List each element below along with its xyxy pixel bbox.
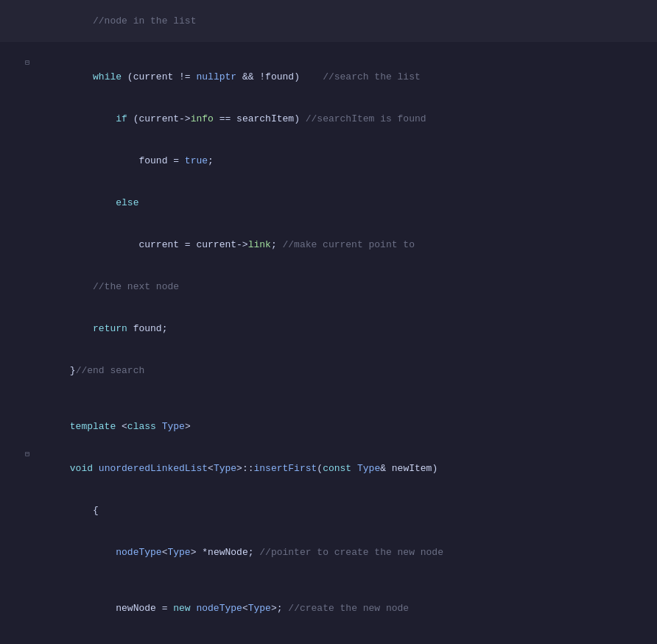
code-line: found = true;	[0, 140, 657, 182]
code-line: template <class Type>	[0, 406, 657, 447]
code-text: <	[116, 421, 127, 432]
code-text	[70, 603, 116, 614]
keyword-return: return	[93, 323, 127, 334]
code-text: (	[122, 71, 133, 82]
code-line: if (current->info == searchItem) //searc…	[0, 98, 657, 140]
code-text: !=	[173, 71, 196, 82]
code-line	[0, 392, 657, 406]
code-text: ->	[236, 239, 248, 250]
comment: //create the new node	[288, 603, 409, 614]
code-text: current	[138, 113, 179, 124]
code-line: nodeType<Type> *newNode; //pointer to cr…	[0, 531, 657, 573]
code-line: ⊟ void unorderedLinkedList<Type>::insert…	[0, 447, 657, 489]
code-line: }//end search	[0, 350, 657, 392]
code-text	[351, 463, 357, 474]
code-text	[70, 197, 116, 208]
line-content: found = true;	[32, 140, 657, 182]
keyword-void: void	[70, 463, 93, 474]
comment: //node in the list	[70, 15, 197, 26]
fn-name: insertFirst	[254, 463, 317, 474]
code-text: found	[138, 155, 167, 166]
code-line	[0, 573, 657, 587]
line-content: while (current != nullptr && !found) //s…	[32, 56, 657, 98]
comment: //the next node	[70, 281, 179, 292]
keyword-const: const	[323, 463, 351, 474]
fold-arrow[interactable]: ⊟	[22, 56, 32, 70]
comment: //make current point to	[283, 239, 415, 250]
code-line: ⊟ while (current != nullptr && !found) /…	[0, 56, 657, 98]
code-text: =	[156, 603, 173, 614]
code-text: <	[208, 463, 214, 474]
type-name: Type	[248, 603, 271, 614]
line-content	[32, 392, 657, 406]
keyword-else: else	[116, 197, 138, 208]
code-text	[70, 547, 116, 558]
code-text	[156, 421, 162, 432]
type-name: Type	[162, 421, 185, 432]
type-name: Type	[214, 463, 236, 474]
line-content: if (current->info == searchItem) //searc…	[32, 98, 657, 140]
code-line	[0, 629, 657, 643]
type-name: nodeType	[196, 603, 242, 614]
fold-arrow[interactable]: ⊟	[22, 447, 32, 461]
class-name: unorderedLinkedList	[99, 463, 208, 474]
code-text: =	[179, 239, 196, 250]
code-text: >;	[271, 603, 288, 614]
code-text: ;	[248, 547, 260, 558]
line-content: nodeType<Type> *newNode; //pointer to cr…	[32, 531, 657, 573]
code-text: link	[248, 239, 271, 250]
param-name: newItem	[392, 463, 432, 474]
line-content: //node in the list	[32, 0, 657, 42]
code-text: info	[191, 113, 214, 124]
code-line: newNode = new nodeType<Type>; //create t…	[0, 587, 657, 629]
code-text: current	[138, 239, 179, 250]
comment: //search the list	[323, 71, 421, 82]
code-text: (	[127, 113, 139, 124]
comment: //searchItem is found	[306, 113, 426, 124]
code-line: return found;	[0, 308, 657, 350]
code-text: }	[70, 365, 76, 376]
code-text: ==	[214, 113, 236, 124]
code-line: current = current->link; //make current …	[0, 224, 657, 266]
type-name: Type	[357, 463, 380, 474]
code-text: <	[242, 603, 248, 614]
keyword-class: class	[127, 421, 156, 432]
line-content: newNode = new nodeType<Type>; //create t…	[32, 587, 657, 629]
line-content	[32, 629, 657, 643]
code-line: {	[0, 489, 657, 531]
code-text: (	[317, 463, 323, 474]
var-name: newNode	[116, 603, 156, 614]
type-name: Type	[167, 547, 190, 558]
line-content	[32, 42, 657, 56]
code-text: {	[70, 505, 99, 516]
code-text: )	[294, 71, 323, 82]
code-line: //node in the list	[0, 0, 657, 42]
keyword-if: if	[116, 113, 127, 124]
code-text: searchItem	[236, 113, 294, 124]
code-text: true	[185, 155, 208, 166]
code-text	[70, 323, 93, 334]
code-line: else	[0, 182, 657, 224]
code-text: && !	[236, 71, 265, 82]
code-text: current	[133, 71, 174, 82]
line-content: template <class Type>	[32, 406, 657, 447]
code-text: current	[196, 239, 236, 250]
code-text: >::	[236, 463, 253, 474]
code-text	[70, 71, 93, 82]
code-text: ->	[179, 113, 191, 124]
code-text: nullptr	[196, 71, 236, 82]
code-text: )	[432, 463, 438, 474]
code-line	[0, 42, 657, 56]
code-text: ;	[271, 239, 283, 250]
code-text: found	[265, 71, 294, 82]
code-text	[70, 113, 116, 124]
code-text	[93, 463, 99, 474]
line-content: }//end search	[32, 350, 657, 392]
line-content: {	[32, 489, 657, 531]
line-content: void unorderedLinkedList<Type>::insertFi…	[32, 447, 657, 489]
code-line: //the next node	[0, 266, 657, 308]
code-text	[70, 239, 139, 250]
code-text: =	[167, 155, 184, 166]
code-text: )	[294, 113, 306, 124]
code-text	[70, 155, 139, 166]
